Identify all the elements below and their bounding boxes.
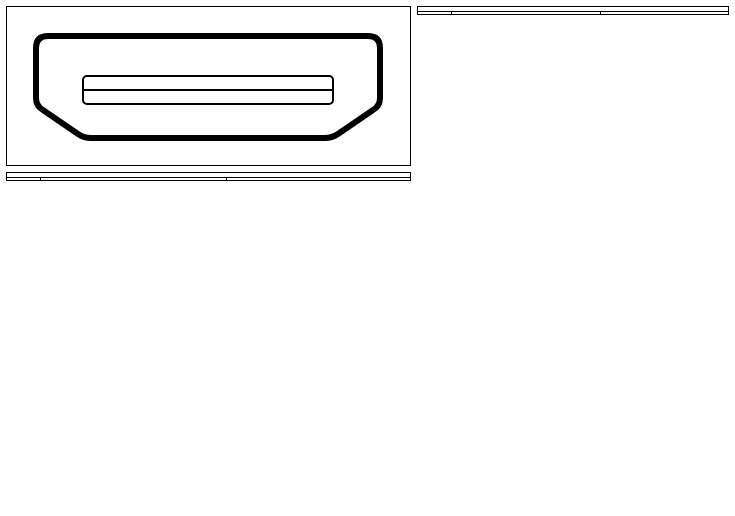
col-desc	[226, 178, 410, 181]
col-desc	[601, 12, 729, 15]
table-type-a	[6, 172, 411, 181]
connector-diagram	[6, 6, 411, 166]
col-signal	[41, 178, 227, 181]
col-signal	[451, 12, 600, 15]
col-pin	[417, 12, 451, 15]
hdmi-connector-icon	[28, 16, 388, 156]
col-pin	[7, 178, 41, 181]
table-type-b	[417, 6, 729, 15]
